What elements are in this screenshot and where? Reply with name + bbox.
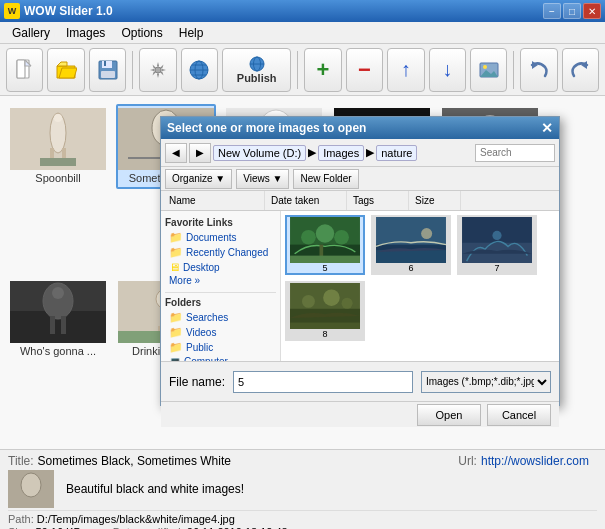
col-tags[interactable]: Tags bbox=[349, 191, 409, 210]
svg-point-70 bbox=[302, 295, 315, 308]
dialog-file-7[interactable]: 7 bbox=[457, 215, 537, 275]
dialog-file-8[interactable]: 8 bbox=[285, 281, 365, 341]
dialog-file-label-5: 5 bbox=[322, 263, 327, 273]
sidebar-documents[interactable]: 📁 Documents bbox=[165, 230, 276, 245]
svg-point-75 bbox=[21, 473, 41, 497]
toolbar: Publish + − ↑ ↓ bbox=[0, 44, 605, 96]
menu-images[interactable]: Images bbox=[58, 24, 113, 42]
publish-button[interactable]: Publish bbox=[222, 48, 291, 92]
separator-2 bbox=[297, 51, 298, 89]
settings-button[interactable] bbox=[139, 48, 176, 92]
dialog-search-input[interactable] bbox=[475, 144, 555, 162]
col-date[interactable]: Date taken bbox=[267, 191, 347, 210]
dialog-file-area: 5 6 bbox=[281, 211, 559, 361]
path-value: D:/Temp/images/black&white/image4.jpg bbox=[37, 513, 235, 525]
dialog-actions-bar: Organize ▼ Views ▼ New Folder bbox=[161, 167, 559, 191]
views-button[interactable]: Views ▼ bbox=[236, 169, 289, 189]
svg-rect-63 bbox=[376, 250, 446, 263]
sidebar-searches[interactable]: 📁 Searches bbox=[165, 310, 276, 325]
open-button[interactable] bbox=[47, 48, 84, 92]
organize-button[interactable]: Organize ▼ bbox=[165, 169, 232, 189]
app-title: WOW Slider 1.0 bbox=[24, 4, 113, 18]
add-button[interactable]: + bbox=[304, 48, 341, 92]
dialog-file-6[interactable]: 6 bbox=[371, 215, 451, 275]
remove-button[interactable]: − bbox=[346, 48, 383, 92]
menu-bar: Gallery Images Options Help bbox=[0, 22, 605, 44]
path-segment-2[interactable]: Images bbox=[318, 145, 364, 161]
publish-label: Publish bbox=[237, 72, 277, 84]
url-value: http://wowslider.com bbox=[481, 454, 589, 468]
move-up-button[interactable]: ↑ bbox=[387, 48, 424, 92]
title-label: Title: bbox=[8, 454, 34, 468]
close-button[interactable]: ✕ bbox=[583, 3, 601, 19]
dialog-path: New Volume (D:) ▶ Images ▶ nature bbox=[213, 145, 473, 161]
dialog-title-bar: Select one or more images to open ✕ bbox=[161, 117, 559, 139]
path-segment-3[interactable]: nature bbox=[376, 145, 417, 161]
sidebar-recent[interactable]: 📁 Recently Changed bbox=[165, 245, 276, 260]
svg-rect-1 bbox=[17, 60, 25, 78]
minimize-button[interactable]: − bbox=[543, 3, 561, 19]
col-name[interactable]: Name bbox=[165, 191, 265, 210]
image-button[interactable] bbox=[470, 48, 507, 92]
col-size[interactable]: Size bbox=[411, 191, 461, 210]
undo-button[interactable] bbox=[520, 48, 557, 92]
sidebar-public[interactable]: 📁 Public bbox=[165, 340, 276, 355]
folder-icon-videos: 📁 bbox=[169, 326, 183, 339]
description: Beautiful black and white images! bbox=[66, 482, 244, 496]
dialog-close-button[interactable]: ✕ bbox=[541, 120, 553, 136]
folder-icon-public: 📁 bbox=[169, 341, 183, 354]
dialog-cancel-button[interactable]: Cancel bbox=[487, 404, 551, 426]
file-open-dialog: Select one or more images to open ✕ ◀ ▶ … bbox=[160, 116, 560, 406]
dialog-open-button[interactable]: Open bbox=[417, 404, 481, 426]
sidebar-desktop[interactable]: 🖥 Desktop bbox=[165, 260, 276, 274]
sidebar-computer[interactable]: 💻 Computer bbox=[165, 355, 276, 361]
move-down-button[interactable]: ↓ bbox=[429, 48, 466, 92]
dialog-forward-button[interactable]: ▶ bbox=[189, 143, 211, 163]
save-button[interactable] bbox=[89, 48, 126, 92]
dialog-overlay: Select one or more images to open ✕ ◀ ▶ … bbox=[0, 96, 605, 449]
dialog-column-headers: Name Date taken Tags Size bbox=[161, 191, 559, 211]
dialog-file-label-6: 6 bbox=[408, 263, 413, 273]
filename-label: File name: bbox=[169, 375, 225, 389]
app-icon: W bbox=[4, 3, 20, 19]
menu-help[interactable]: Help bbox=[171, 24, 212, 42]
separator-3 bbox=[513, 51, 514, 89]
svg-rect-4 bbox=[104, 61, 106, 66]
new-folder-button[interactable]: New Folder bbox=[293, 169, 358, 189]
url-label: Url: bbox=[458, 454, 477, 468]
dialog-sidebar: Favorite Links 📁 Documents 📁 Recently Ch… bbox=[161, 211, 281, 361]
svg-point-71 bbox=[323, 289, 340, 306]
dialog-file-5[interactable]: 5 bbox=[285, 215, 365, 275]
dialog-back-button[interactable]: ◀ bbox=[165, 143, 187, 163]
svg-point-17 bbox=[483, 65, 487, 69]
sidebar-more[interactable]: More » bbox=[165, 274, 276, 287]
folder-icon-desktop: 🖥 bbox=[169, 261, 180, 273]
favorite-links-header: Favorite Links bbox=[165, 215, 276, 230]
menu-options[interactable]: Options bbox=[113, 24, 170, 42]
title-bar: W WOW Slider 1.0 − □ ✕ bbox=[0, 0, 605, 22]
sidebar-videos[interactable]: 📁 Videos bbox=[165, 325, 276, 340]
svg-point-67 bbox=[492, 231, 501, 240]
filename-input[interactable] bbox=[233, 371, 413, 393]
redo-button[interactable] bbox=[562, 48, 599, 92]
preview-button[interactable] bbox=[181, 48, 218, 92]
status-thumbnail bbox=[8, 470, 54, 508]
path-segment-1[interactable]: New Volume (D:) bbox=[213, 145, 306, 161]
folder-icon-recent: 📁 bbox=[169, 246, 183, 259]
svg-point-56 bbox=[301, 230, 316, 245]
maximize-button[interactable]: □ bbox=[563, 3, 581, 19]
dialog-body: Favorite Links 📁 Documents 📁 Recently Ch… bbox=[161, 211, 559, 361]
folder-icon-searches: 📁 bbox=[169, 311, 183, 324]
new-button[interactable] bbox=[6, 48, 43, 92]
dialog-bottom-buttons: Open Cancel bbox=[161, 401, 559, 427]
menu-gallery[interactable]: Gallery bbox=[4, 24, 58, 42]
filetype-select[interactable]: Images (*.bmp;*.dib;*.jpg;*.jp... bbox=[421, 371, 551, 393]
svg-rect-3 bbox=[102, 61, 112, 68]
dialog-title-text: Select one or more images to open bbox=[167, 121, 366, 135]
svg-rect-60 bbox=[290, 256, 360, 263]
folder-icon-docs: 📁 bbox=[169, 231, 183, 244]
dialog-footer: File name: Images (*.bmp;*.dib;*.jpg;*.j… bbox=[161, 361, 559, 401]
svg-point-64 bbox=[421, 228, 432, 239]
dialog-nav-toolbar: ◀ ▶ New Volume (D:) ▶ Images ▶ nature bbox=[161, 139, 559, 167]
svg-point-7 bbox=[155, 67, 161, 73]
